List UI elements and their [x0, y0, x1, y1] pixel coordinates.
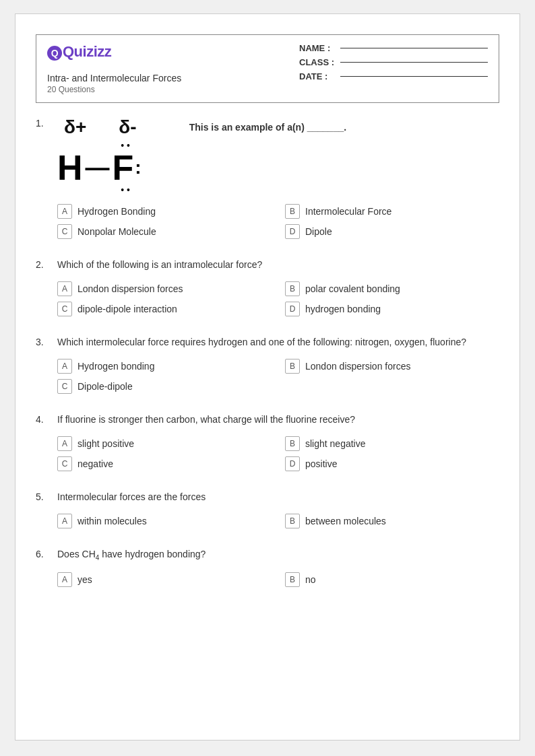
q5-options: A within molecules B between molecules — [36, 514, 499, 528]
q1-letter-c: C — [57, 224, 72, 239]
q3-letter-b: B — [285, 359, 300, 374]
q2-text-d: hydrogen bonding — [305, 304, 381, 314]
class-label: CLASS : — [299, 57, 336, 67]
delta-symbols: δ+ δ- This is an example of a(n) _______… — [57, 116, 346, 138]
q6-text: Does CH4 have hydrogen bonding? — [57, 547, 499, 563]
q3-text-c: Dipole-dipole — [77, 381, 133, 392]
name-field-row: NAME : — [299, 43, 488, 53]
delta-minus: δ- — [119, 116, 136, 138]
date-field-row: DATE : — [299, 71, 488, 81]
questions-container: 1. δ+ δ- This is an example of a(n) ____… — [15, 110, 520, 626]
q4-text: If fluorine is stronger then carbon, wha… — [57, 413, 499, 427]
question-2: 2. Which of the following is an intramol… — [36, 258, 499, 316]
q3-text: Which intermolecular force requires hydr… — [57, 335, 499, 349]
q3-letter-c: C — [57, 379, 72, 394]
name-line — [340, 48, 488, 48]
q1-option-c: C Nonpolar Molecule — [57, 224, 272, 239]
q2-option-a: A London dispersion forces — [57, 281, 272, 296]
q6-option-b: B no — [285, 572, 499, 587]
quiz-subtitle: 20 Questions — [47, 85, 181, 94]
q3-option-b: B London dispersion forces — [285, 359, 499, 374]
q1-option-a: A Hydrogen Bonding — [57, 204, 272, 219]
class-field-row: CLASS : — [299, 57, 488, 67]
q4-options: A slight positive B slight negative C ne… — [36, 436, 499, 471]
question-2-row: 2. Which of the following is an intramol… — [36, 258, 499, 272]
q2-text-c: dipole-dipole interaction — [77, 304, 177, 314]
q3-letter-a: A — [57, 359, 72, 374]
q2-option-d: D hydrogen bonding — [285, 302, 499, 316]
q4-letter-c: C — [57, 456, 72, 471]
q5-option-b: B between molecules — [285, 514, 499, 528]
q1-letter-d: D — [285, 224, 300, 239]
q2-options: A London dispersion forces B polar coval… — [36, 281, 499, 316]
q1-option-d: D Dipole — [285, 224, 499, 239]
q2-letter-b: B — [285, 281, 300, 296]
name-label: NAME : — [299, 43, 336, 53]
q1-text: This is an example of a(n) _______. — [189, 122, 346, 133]
quiz-title: Intra- and Intermolecular Forces — [47, 73, 181, 83]
header-fields: NAME : CLASS : DATE : — [299, 43, 488, 81]
q5-text-b: between molecules — [305, 516, 386, 526]
f-letter: F — [113, 150, 134, 185]
q1-text-c: Nonpolar Molecule — [77, 226, 156, 237]
q4-letter-d: D — [285, 456, 300, 471]
q2-letter-d: D — [285, 302, 300, 316]
q4-text-d: positive — [305, 458, 337, 469]
page: QQuizizz Intra- and Intermolecular Force… — [15, 13, 520, 741]
date-line — [340, 76, 488, 77]
question-5-row: 5. Intermolecular forces are the forces — [36, 490, 499, 504]
q1-letter-a: A — [57, 204, 72, 219]
class-line — [340, 62, 488, 63]
q5-number: 5. — [36, 490, 51, 502]
bond-line: — — [86, 153, 110, 182]
question-5: 5. Intermolecular forces are the forces … — [36, 490, 499, 528]
q1-text-a: Hydrogen Bonding — [77, 206, 156, 217]
q2-letter-a: A — [57, 281, 72, 296]
q2-text: Which of the following is an intramolecu… — [57, 258, 499, 272]
q1-number: 1. — [36, 116, 51, 129]
q1-text-b: Intermolecular Force — [305, 206, 391, 217]
q4-text-c: negative — [77, 458, 113, 469]
question-4-row: 4. If fluorine is stronger then carbon, … — [36, 413, 499, 427]
question-6-row: 6. Does CH4 have hydrogen bonding? — [36, 547, 499, 563]
q4-option-b: B slight negative — [285, 436, 499, 451]
q2-text-b: polar covalent bonding — [305, 283, 400, 294]
q2-option-c: C dipole-dipole interaction — [57, 302, 272, 316]
q3-option-c: C Dipole-dipole — [57, 379, 272, 394]
q3-number: 3. — [36, 335, 51, 347]
question-6: 6. Does CH4 have hydrogen bonding? A yes… — [36, 547, 499, 587]
q4-option-c: C negative — [57, 456, 272, 471]
q6-letter-b: B — [285, 572, 300, 587]
question-1-row: 1. δ+ δ- This is an example of a(n) ____… — [36, 116, 499, 195]
q4-option-d: D positive — [285, 456, 499, 471]
subscript-4: 4 — [96, 554, 100, 561]
q3-text-a: Hydrogen bonding — [77, 361, 154, 372]
fluorine-atom: •• F: •• — [113, 141, 141, 195]
q1-text-d: Dipole — [305, 226, 332, 237]
lone-pair-right: : — [135, 158, 141, 177]
question-4: 4. If fluorine is stronger then carbon, … — [36, 413, 499, 471]
logo-text: Quizizz — [63, 43, 111, 60]
q5-letter-a: A — [57, 514, 72, 528]
q4-option-a: A slight positive — [57, 436, 272, 451]
lone-pair-bottom: •• — [121, 185, 133, 195]
hydrogen-atom: H — [57, 147, 83, 188]
q3-option-a: A Hydrogen bonding — [57, 359, 272, 374]
q2-letter-c: C — [57, 302, 72, 316]
q2-number: 2. — [36, 258, 51, 270]
q1-option-b: B Intermolecular Force — [285, 204, 499, 219]
question-3-row: 3. Which intermolecular force requires h… — [36, 335, 499, 349]
q6-text-a: yes — [77, 574, 92, 585]
q4-number: 4. — [36, 413, 51, 425]
q4-letter-a: A — [57, 436, 72, 451]
header: QQuizizz Intra- and Intermolecular Force… — [36, 34, 499, 103]
q5-option-a: A within molecules — [57, 514, 272, 528]
q2-text-a: London dispersion forces — [77, 283, 183, 294]
date-label: DATE : — [299, 71, 336, 81]
hf-molecule: H — •• F: •• — [57, 141, 346, 195]
q3-text-b: London dispersion forces — [305, 361, 410, 372]
logo-q: Q — [47, 46, 62, 61]
q1-options: A Hydrogen Bonding B Intermolecular Forc… — [36, 204, 499, 239]
q6-letter-a: A — [57, 572, 72, 587]
header-left: QQuizizz Intra- and Intermolecular Force… — [47, 43, 181, 94]
